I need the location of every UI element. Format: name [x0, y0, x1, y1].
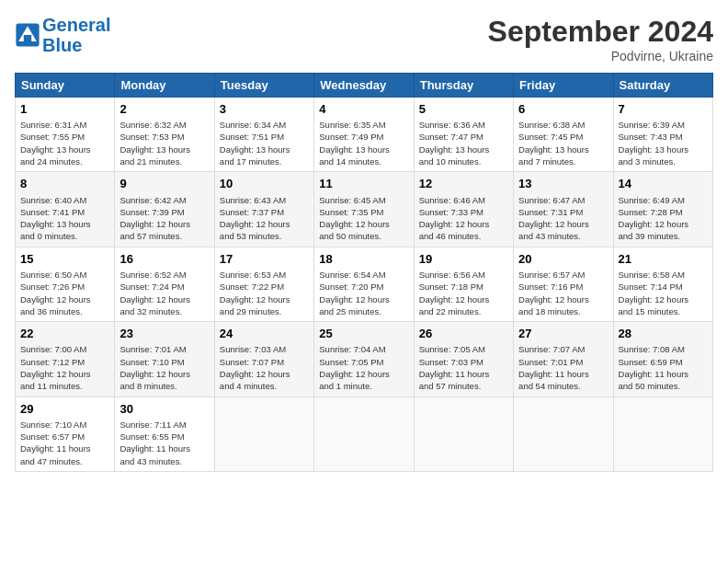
day-info: Sunrise: 7:00 AMSunset: 7:12 PMDaylight:… [20, 343, 109, 392]
day-cell: 22Sunrise: 7:00 AMSunset: 7:12 PMDayligh… [16, 322, 115, 396]
day-number: 14 [619, 176, 708, 192]
header-thursday: Thursday [414, 74, 513, 98]
day-number: 16 [119, 251, 209, 268]
day-info: Sunrise: 7:08 AMSunset: 6:59 PMDaylight:… [619, 343, 708, 392]
week-row-1: 8Sunrise: 6:40 AMSunset: 7:41 PMDaylight… [16, 172, 713, 247]
day-cell: 15Sunrise: 6:50 AMSunset: 7:26 PMDayligh… [16, 247, 115, 321]
day-info: Sunrise: 6:36 AMSunset: 7:47 PMDaylight:… [419, 119, 508, 167]
day-number: 17 [220, 251, 309, 268]
logo: General Blue [15, 15, 110, 55]
day-cell: 2Sunrise: 6:32 AMSunset: 7:53 PMDaylight… [115, 98, 214, 172]
day-number: 2 [119, 101, 209, 118]
day-cell [414, 396, 513, 471]
day-info: Sunrise: 6:53 AMSunset: 7:22 PMDaylight:… [220, 269, 309, 317]
day-cell: 23Sunrise: 7:01 AMSunset: 7:10 PMDayligh… [115, 322, 214, 396]
logo-general: General [42, 15, 110, 35]
week-row-4: 29Sunrise: 7:10 AMSunset: 6:57 PMDayligh… [16, 396, 713, 471]
day-cell: 5Sunrise: 6:36 AMSunset: 7:47 PMDaylight… [414, 98, 513, 172]
day-number: 23 [119, 326, 209, 342]
day-info: Sunrise: 6:54 AMSunset: 7:20 PMDaylight:… [319, 269, 408, 317]
day-cell [214, 396, 313, 471]
day-number: 24 [220, 326, 309, 342]
day-number: 30 [119, 401, 209, 418]
day-cell: 20Sunrise: 6:57 AMSunset: 7:16 PMDayligh… [514, 247, 613, 321]
day-number: 1 [20, 101, 109, 118]
day-cell: 28Sunrise: 7:08 AMSunset: 6:59 PMDayligh… [613, 322, 712, 396]
week-row-2: 15Sunrise: 6:50 AMSunset: 7:26 PMDayligh… [16, 247, 713, 321]
day-info: Sunrise: 6:47 AMSunset: 7:31 PMDaylight:… [518, 194, 608, 243]
day-cell: 11Sunrise: 6:45 AMSunset: 7:35 PMDayligh… [314, 172, 414, 247]
day-cell: 6Sunrise: 6:38 AMSunset: 7:45 PMDaylight… [514, 98, 613, 172]
day-info: Sunrise: 6:46 AMSunset: 7:33 PMDaylight:… [419, 194, 508, 243]
day-info: Sunrise: 6:42 AMSunset: 7:39 PMDaylight:… [119, 194, 209, 243]
day-info: Sunrise: 7:05 AMSunset: 7:03 PMDaylight:… [419, 343, 508, 392]
week-row-0: 1Sunrise: 6:31 AMSunset: 7:55 PMDaylight… [16, 98, 713, 172]
day-number: 8 [20, 176, 109, 192]
day-number: 28 [619, 326, 708, 342]
day-cell: 7Sunrise: 6:39 AMSunset: 7:43 PMDaylight… [613, 98, 712, 172]
page-container: General Blue September 2024 Podvirne, Uk… [0, 0, 728, 479]
logo-text: General Blue [42, 15, 110, 55]
day-info: Sunrise: 6:50 AMSunset: 7:26 PMDaylight:… [20, 269, 109, 317]
logo-blue: Blue [42, 35, 82, 55]
day-cell: 10Sunrise: 6:43 AMSunset: 7:37 PMDayligh… [214, 172, 313, 247]
header-friday: Friday [514, 74, 613, 98]
day-info: Sunrise: 6:58 AMSunset: 7:14 PMDaylight:… [619, 269, 708, 317]
day-cell: 3Sunrise: 6:34 AMSunset: 7:51 PMDaylight… [214, 98, 313, 172]
day-number: 10 [220, 176, 309, 192]
header-sunday: Sunday [16, 74, 115, 98]
day-info: Sunrise: 6:35 AMSunset: 7:49 PMDaylight:… [319, 119, 408, 167]
day-number: 13 [518, 176, 608, 192]
day-cell: 21Sunrise: 6:58 AMSunset: 7:14 PMDayligh… [613, 247, 712, 321]
day-number: 7 [619, 101, 708, 118]
svg-rect-2 [24, 35, 31, 41]
day-info: Sunrise: 6:57 AMSunset: 7:16 PMDaylight:… [518, 269, 608, 317]
day-info: Sunrise: 6:39 AMSunset: 7:43 PMDaylight:… [619, 119, 708, 167]
location: Podvirne, Ukraine [488, 49, 713, 63]
day-info: Sunrise: 7:04 AMSunset: 7:05 PMDaylight:… [319, 343, 408, 392]
day-cell: 4Sunrise: 6:35 AMSunset: 7:49 PMDaylight… [314, 98, 414, 172]
day-number: 20 [518, 251, 608, 268]
header-wednesday: Wednesday [314, 74, 414, 98]
day-cell: 26Sunrise: 7:05 AMSunset: 7:03 PMDayligh… [414, 322, 513, 396]
day-info: Sunrise: 6:45 AMSunset: 7:35 PMDaylight:… [319, 194, 408, 243]
day-number: 22 [20, 326, 109, 342]
day-cell: 9Sunrise: 6:42 AMSunset: 7:39 PMDaylight… [115, 172, 214, 247]
day-number: 12 [419, 176, 508, 192]
day-cell [314, 396, 414, 471]
day-number: 25 [319, 326, 408, 342]
day-info: Sunrise: 6:43 AMSunset: 7:37 PMDaylight:… [220, 194, 309, 243]
month-title: September 2024 [488, 15, 713, 49]
day-number: 18 [319, 251, 408, 268]
day-info: Sunrise: 7:10 AMSunset: 6:57 PMDaylight:… [20, 419, 109, 467]
day-info: Sunrise: 6:38 AMSunset: 7:45 PMDaylight:… [518, 119, 608, 167]
calendar-header-row: SundayMondayTuesdayWednesdayThursdayFrid… [16, 74, 713, 98]
day-info: Sunrise: 7:11 AMSunset: 6:55 PMDaylight:… [119, 419, 209, 467]
day-number: 27 [518, 326, 608, 342]
day-number: 5 [419, 101, 508, 118]
header-saturday: Saturday [613, 74, 712, 98]
day-cell: 8Sunrise: 6:40 AMSunset: 7:41 PMDaylight… [16, 172, 115, 247]
day-cell: 12Sunrise: 6:46 AMSunset: 7:33 PMDayligh… [414, 172, 513, 247]
calendar-table: SundayMondayTuesdayWednesdayThursdayFrid… [15, 73, 713, 472]
day-cell: 17Sunrise: 6:53 AMSunset: 7:22 PMDayligh… [214, 247, 313, 321]
header-tuesday: Tuesday [214, 74, 313, 98]
day-number: 4 [319, 101, 408, 118]
day-info: Sunrise: 6:32 AMSunset: 7:53 PMDaylight:… [119, 119, 209, 167]
day-cell: 16Sunrise: 6:52 AMSunset: 7:24 PMDayligh… [115, 247, 214, 321]
day-cell [514, 396, 613, 471]
day-number: 3 [220, 101, 309, 118]
day-cell: 24Sunrise: 7:03 AMSunset: 7:07 PMDayligh… [214, 322, 313, 396]
week-row-3: 22Sunrise: 7:00 AMSunset: 7:12 PMDayligh… [16, 322, 713, 396]
day-cell [613, 396, 712, 471]
day-cell: 30Sunrise: 7:11 AMSunset: 6:55 PMDayligh… [115, 396, 214, 471]
day-cell: 13Sunrise: 6:47 AMSunset: 7:31 PMDayligh… [514, 172, 613, 247]
day-info: Sunrise: 7:07 AMSunset: 7:01 PMDaylight:… [518, 343, 608, 392]
day-number: 11 [319, 176, 408, 192]
day-cell: 19Sunrise: 6:56 AMSunset: 7:18 PMDayligh… [414, 247, 513, 321]
page-header: General Blue September 2024 Podvirne, Uk… [15, 15, 713, 63]
day-cell: 27Sunrise: 7:07 AMSunset: 7:01 PMDayligh… [514, 322, 613, 396]
day-info: Sunrise: 7:03 AMSunset: 7:07 PMDaylight:… [220, 343, 309, 392]
day-info: Sunrise: 6:49 AMSunset: 7:28 PMDaylight:… [619, 194, 708, 243]
header-monday: Monday [115, 74, 214, 98]
